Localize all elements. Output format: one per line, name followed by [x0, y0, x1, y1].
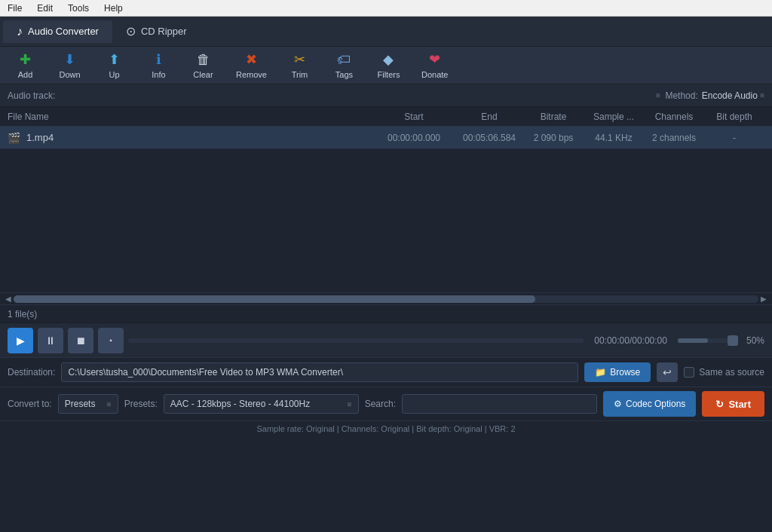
destination-label: Destination: [8, 367, 55, 378]
status-bar: 1 file(s) [0, 304, 772, 323]
col-filename: File Name [8, 112, 372, 122]
cd-icon: ⊙ [126, 24, 136, 38]
method-dots[interactable]: ≡ [760, 91, 764, 99]
trim-button[interactable]: ✂ Trim [279, 47, 320, 83]
menu-file[interactable]: File [0, 2, 29, 15]
up-icon: ⬆ [109, 51, 120, 68]
volume-thumb[interactable] [728, 335, 738, 346]
browse-button[interactable]: 📁 Browse [584, 362, 651, 382]
tags-label: Tags [335, 70, 353, 79]
audio-track-dots[interactable]: ≡ [656, 91, 660, 99]
donate-label: Donate [421, 70, 448, 79]
toolbar: ✚ Add ⬇ Down ⬆ Up ℹ Info 🗑 Clear ✖ Remov… [0, 47, 772, 84]
convert-to-selector[interactable]: Presets ≡ [58, 394, 118, 414]
folder-arrow-button[interactable]: ↩ [657, 362, 678, 382]
audio-track-bar: Audio track: ≡ Method: Encode Audio ≡ [0, 84, 772, 107]
info-text: Sample rate: Original | Channels: Origin… [256, 424, 515, 433]
destination-row: Destination: 📁 Browse ↩ Same as source [0, 358, 772, 387]
remove-icon: ✖ [246, 51, 257, 68]
menu-tools[interactable]: Tools [60, 2, 96, 15]
menu-help[interactable]: Help [96, 2, 130, 15]
volume-percent: 50% [746, 335, 764, 346]
music-icon: ♪ [17, 25, 23, 38]
same-as-source-checkbox[interactable] [684, 367, 694, 378]
bottom-bar: Destination: 📁 Browse ↩ Same as source C… [0, 357, 772, 436]
up-button[interactable]: ⬆ Up [93, 47, 135, 83]
play-button[interactable]: ▶ [8, 328, 33, 353]
presets-current-label: Presets [65, 399, 96, 409]
clear-label: Clear [193, 70, 213, 79]
frame-button[interactable]: ▪ [98, 328, 124, 353]
scroll-right-arrow[interactable]: ▶ [758, 295, 769, 303]
table-row[interactable]: 🎬 1.mp4 00:00:00.000 00:05:06.584 2 090 … [0, 127, 772, 149]
filters-button[interactable]: ◆ Filters [368, 47, 409, 83]
filters-icon: ◆ [383, 51, 394, 68]
horizontal-scrollbar[interactable]: ◀ ▶ [0, 292, 772, 304]
down-button[interactable]: ⬇ Down [49, 47, 90, 83]
col-bitrate: Bitrate [523, 112, 584, 122]
info-row: Sample rate: Original | Channels: Origin… [0, 421, 772, 436]
tab-audio-converter-label: Audio Converter [28, 26, 99, 37]
presets-value-dots: ≡ [348, 400, 352, 408]
scrollbar-track[interactable] [14, 295, 758, 303]
add-button[interactable]: ✚ Add [5, 47, 46, 83]
method-value: Encode Audio [702, 90, 758, 101]
frame-icon: ▪ [109, 336, 112, 344]
presets-dropdown-icon: ≡ [107, 400, 112, 408]
col-start: Start [372, 112, 455, 122]
presets-value-selector[interactable]: AAC - 128kbps - Stereo - 44100Hz ≡ [164, 394, 359, 414]
player-track[interactable] [128, 338, 584, 343]
trim-label: Trim [292, 70, 308, 79]
tab-bar: ♪ Audio Converter ⊙ CD Ripper [0, 17, 772, 47]
method-label: Method: [665, 90, 697, 101]
volume-track[interactable] [678, 338, 738, 343]
info-label: Info [152, 70, 165, 79]
info-icon: ℹ [156, 51, 161, 68]
search-input[interactable] [402, 394, 597, 414]
tab-cd-ripper[interactable]: ⊙ CD Ripper [112, 20, 201, 43]
pause-button[interactable]: ⏸ [38, 328, 63, 353]
scrollbar-thumb[interactable] [14, 295, 535, 303]
codec-label: Codec Options [626, 399, 685, 409]
remove-label: Remove [236, 70, 267, 79]
down-icon: ⬇ [64, 51, 75, 68]
file-sample: 44.1 KHz [584, 133, 644, 143]
tags-button[interactable]: 🏷 Tags [323, 48, 365, 83]
player-bar: ▶ ⏸ ⏹ ▪ 00:00:00/00:00:00 50% [0, 323, 772, 357]
pause-icon: ⏸ [45, 335, 56, 347]
file-list-header: File Name Start End Bitrate Sample ... C… [0, 107, 772, 127]
remove-button[interactable]: ✖ Remove [227, 47, 276, 83]
start-button[interactable]: ↻ Start [702, 391, 764, 417]
folder-arrow-icon: ↩ [663, 366, 672, 378]
file-bitdepth: - [704, 133, 764, 143]
convert-to-label: Convert to: [8, 399, 52, 409]
presets-label: Presets: [124, 399, 158, 409]
method-area: Method: Encode Audio [665, 90, 757, 101]
codec-options-button[interactable]: ⚙ Codec Options [603, 391, 696, 417]
files-count: 1 file(s) [8, 309, 37, 320]
down-label: Down [59, 70, 80, 79]
same-as-source-row: Same as source [684, 367, 764, 378]
scroll-left-arrow[interactable]: ◀ [3, 295, 14, 303]
file-channels: 2 channels [644, 133, 704, 143]
audio-track-label: Audio track: [8, 90, 55, 101]
file-start: 00:00:00.000 [372, 133, 455, 143]
donate-button[interactable]: ❤ Donate [412, 47, 457, 83]
volume-fill [678, 338, 708, 343]
time-display: 00:00:00/00:00:00 [594, 335, 667, 346]
browse-label: Browse [610, 367, 640, 378]
stop-button[interactable]: ⏹ [68, 328, 93, 353]
file-name: 1.mp4 [26, 132, 372, 143]
clear-button[interactable]: 🗑 Clear [182, 48, 224, 83]
destination-path[interactable] [61, 362, 578, 382]
menu-edit[interactable]: Edit [29, 2, 60, 15]
menu-bar: File Edit Tools Help [0, 0, 772, 17]
file-list: 🎬 1.mp4 00:00:00.000 00:05:06.584 2 090 … [0, 127, 772, 292]
col-channels: Channels [644, 112, 704, 122]
browse-icon: 📁 [595, 367, 606, 378]
col-bitdepth: Bit depth [704, 112, 764, 122]
tab-audio-converter[interactable]: ♪ Audio Converter [3, 20, 112, 43]
col-sample: Sample ... [584, 112, 644, 122]
info-button[interactable]: ℹ Info [138, 47, 179, 83]
codec-icon: ⚙ [614, 399, 622, 409]
